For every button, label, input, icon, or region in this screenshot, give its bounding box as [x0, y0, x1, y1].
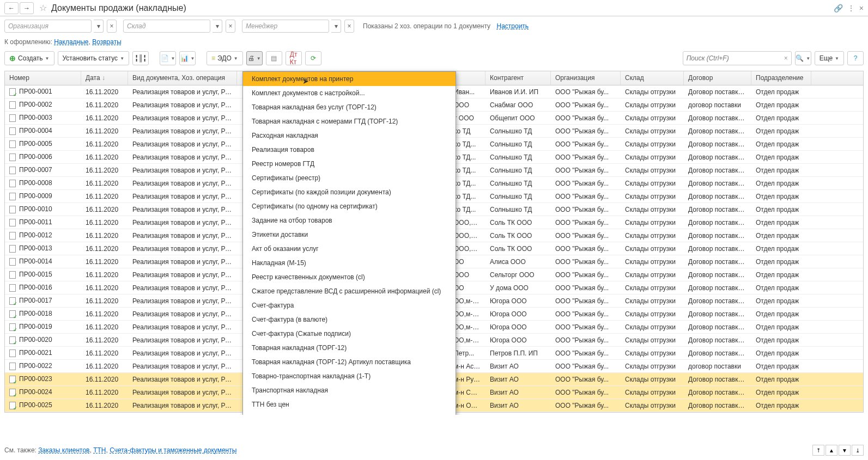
- filter-manager-clear[interactable]: ×: [344, 20, 354, 33]
- back-button[interactable]: ←: [4, 2, 19, 14]
- col-date[interactable]: Дата: [81, 71, 128, 85]
- filter-manager[interactable]: Менеджер: [242, 20, 329, 33]
- set-status-button[interactable]: Установить статус▼: [58, 51, 130, 65]
- doc-icon: [9, 140, 16, 148]
- doc-icon: [9, 88, 16, 96]
- doc-icon: [9, 363, 16, 370]
- forward-button[interactable]: →: [20, 2, 34, 14]
- barcode-icon: ╏║╏: [135, 54, 147, 62]
- menu-item[interactable]: Товарная накладная с номерами ГТД (ТОРГ-…: [243, 114, 456, 128]
- filter-warehouse-clear[interactable]: ×: [226, 20, 235, 33]
- menu-item[interactable]: ТТН без цен: [243, 397, 456, 412]
- edo-button[interactable]: ≡ЭДО▼: [207, 51, 243, 65]
- filter-org[interactable]: Организация: [4, 20, 92, 33]
- doc-icon: [9, 297, 16, 305]
- link-icon[interactable]: 🔗: [834, 4, 843, 13]
- report-button[interactable]: 📊▼: [179, 51, 196, 65]
- col-type[interactable]: Вид документа, Хоз. операция: [128, 71, 237, 85]
- doc-icon: [9, 206, 16, 213]
- configure-link[interactable]: Настроить: [496, 22, 529, 30]
- print-button[interactable]: 🖨▼: [246, 51, 263, 65]
- col-organization[interactable]: Организация: [551, 71, 621, 85]
- toolbar: ⊕Создать▼ Установить статус▼ ╏║╏ 📄▼ 📊▼ ≡…: [0, 48, 868, 69]
- link-invoices[interactable]: Накладные: [54, 38, 88, 46]
- titlebar: ← → ☆ Документы продажи (накладные) 🔗 ⋮ …: [0, 0, 868, 16]
- menu-item[interactable]: Реализация товаров: [243, 143, 456, 157]
- refresh-icon: ⟳: [311, 54, 316, 62]
- filter-warehouse[interactable]: Склад: [123, 20, 210, 33]
- doc-icon: [9, 284, 16, 292]
- refresh-button[interactable]: ⟳: [305, 51, 321, 65]
- doc-icon: [9, 389, 16, 396]
- doc-icon: [9, 258, 16, 266]
- report-icon: 📊: [180, 54, 189, 62]
- menu-item[interactable]: Сертификаты (по одному на сертификат): [243, 199, 456, 213]
- menu-item[interactable]: Транспортная накладная: [243, 383, 456, 397]
- more-button[interactable]: Еще▼: [815, 51, 844, 65]
- menu-icon[interactable]: ⋮: [847, 4, 855, 13]
- col-contragent[interactable]: Контрагент: [485, 71, 551, 85]
- col-contract[interactable]: Договор: [684, 71, 751, 85]
- check-button[interactable]: ДтКт: [286, 51, 302, 65]
- menu-item[interactable]: Счет-фактура: [243, 298, 456, 312]
- menu-item[interactable]: Товарно-транспортная накладная (1-Т): [243, 369, 456, 383]
- menu-item[interactable]: Товарная накладная (ТОРГ-12) Артикул пос…: [243, 355, 456, 369]
- menu-item[interactable]: Этикетки доставки: [243, 228, 456, 242]
- close-icon[interactable]: ×: [859, 4, 864, 13]
- filter-org-clear[interactable]: ×: [107, 20, 117, 33]
- doc-icon: [9, 180, 16, 187]
- edo-icon: ≡: [211, 54, 215, 62]
- star-icon[interactable]: ☆: [39, 3, 47, 13]
- doc-icon: [9, 232, 16, 240]
- menu-item[interactable]: Реестр номеров ГТД: [243, 157, 456, 171]
- link-returns[interactable]: Возвраты: [92, 38, 122, 46]
- menu-item[interactable]: Расходная накладная: [243, 128, 456, 143]
- find-button[interactable]: 🔍▼: [795, 51, 811, 65]
- menu-item[interactable]: Реестр качественных документов (cl): [243, 270, 456, 284]
- menu-item[interactable]: Счет-фактура (Сжатые подписи): [243, 327, 456, 341]
- search-clear[interactable]: ×: [784, 54, 788, 62]
- menu-item[interactable]: Акт об оказании услуг: [243, 242, 456, 256]
- filter-status: Показаны 2 хоз. операции по 1 документу: [363, 22, 490, 30]
- copy-button[interactable]: 📄▼: [160, 51, 176, 65]
- menu-item[interactable]: Сертификаты (по каждой позиции документа…: [243, 185, 456, 199]
- plus-icon: ⊕: [9, 54, 16, 63]
- doc-icon: [9, 167, 16, 174]
- menu-item[interactable]: Накладная (М-15): [243, 256, 456, 270]
- menu-item[interactable]: Товарная накладная (ТОРГ-12): [243, 341, 456, 355]
- menu-item[interactable]: Счет-фактура (в валюте): [243, 312, 456, 327]
- barcode-button[interactable]: ╏║╏: [132, 51, 149, 65]
- doc-icon: [9, 193, 16, 200]
- search-input[interactable]: [687, 54, 784, 62]
- filter-manager-dropdown[interactable]: ▾: [331, 20, 341, 33]
- list-icon: ▤: [271, 54, 277, 62]
- search-box[interactable]: ×: [683, 51, 792, 65]
- doc-icon: [9, 336, 16, 344]
- filter-warehouse-dropdown[interactable]: ▾: [213, 20, 222, 33]
- doc-icon: [9, 219, 16, 226]
- filter-org-dropdown[interactable]: ▾: [94, 20, 104, 33]
- doc-icon: [9, 402, 16, 409]
- filters-row: Организация ▾ × Склад ▾ × Менеджер ▾ × П…: [0, 16, 868, 36]
- menu-item[interactable]: Задание на отбор товаров: [243, 213, 456, 228]
- menu-item[interactable]: Товарная накладная без услуг (ТОРГ-12): [243, 100, 456, 114]
- list-button[interactable]: ▤: [266, 51, 282, 65]
- col-number[interactable]: Номер: [5, 71, 81, 85]
- menu-item[interactable]: Сжатое представление ВСД с расширенной и…: [243, 284, 456, 298]
- col-warehouse[interactable]: Склад: [621, 71, 684, 85]
- doc-icon: [9, 245, 16, 253]
- doc-icon: [9, 310, 16, 318]
- create-button[interactable]: ⊕Создать▼: [4, 51, 54, 65]
- help-button[interactable]: ?: [847, 51, 864, 65]
- magnifier-icon: 🔍: [796, 54, 804, 62]
- doc-icon: [9, 154, 16, 161]
- menu-item[interactable]: ТТН без цен перегруз: [243, 412, 456, 415]
- doc-icon: [9, 376, 16, 383]
- col-department[interactable]: Подразделение: [751, 71, 811, 85]
- menu-item[interactable]: Комплект документов с настройкой...: [243, 86, 456, 100]
- doc-icon: [9, 271, 16, 279]
- menu-item[interactable]: Комплект документов на принтер: [243, 72, 456, 86]
- check-icon: ДтКт: [290, 51, 298, 66]
- menu-item[interactable]: Сертификаты (реестр): [243, 171, 456, 185]
- document-table: Номер Дата Вид документа, Хоз. операция …: [4, 71, 864, 413]
